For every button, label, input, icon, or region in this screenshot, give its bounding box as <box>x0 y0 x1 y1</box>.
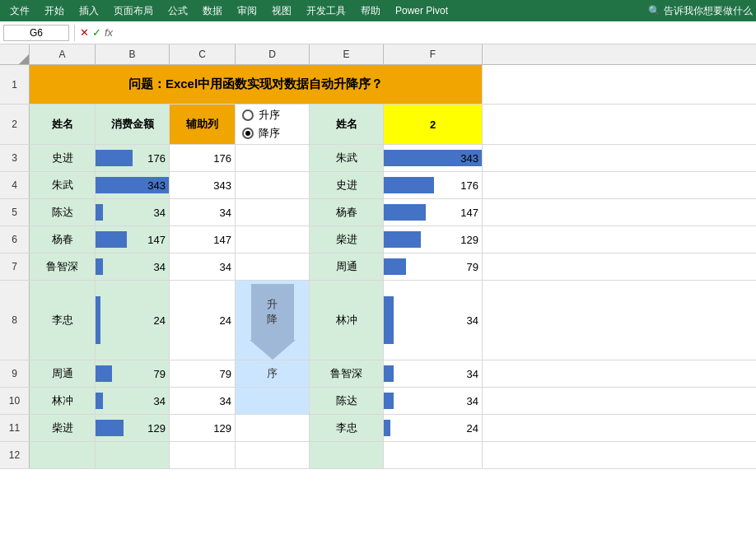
col-header-f[interactable]: F <box>384 44 483 64</box>
menu-data[interactable]: 数据 <box>196 2 229 20</box>
cell-12d[interactable] <box>236 442 310 468</box>
descending-radio-circle[interactable] <box>242 128 254 139</box>
cell-5-a[interactable]: 陈达 <box>30 199 96 226</box>
header-aux: 辅助列 <box>170 105 236 144</box>
cell-12f[interactable] <box>384 442 483 468</box>
cell-8-b[interactable]: 24 <box>96 281 170 360</box>
fx-icon[interactable]: fx <box>105 26 113 39</box>
cell-11-e[interactable]: 李忠 <box>310 415 384 441</box>
cancel-icon[interactable]: ✕ <box>80 26 89 39</box>
menu-formula[interactable]: 公式 <box>161 2 194 20</box>
row-header-9[interactable]: 9 <box>0 360 30 387</box>
cell-5-d <box>236 199 310 226</box>
cell-8-a[interactable]: 李忠 <box>30 281 96 360</box>
menu-view[interactable]: 视图 <box>265 2 298 20</box>
cell-12a[interactable] <box>30 442 96 468</box>
app-container: 文件 开始 插入 页面布局 公式 数据 审阅 视图 开发工具 帮助 Power … <box>0 0 756 469</box>
cell-11-b[interactable]: 129 <box>96 415 170 441</box>
row-header-11[interactable]: 11 <box>0 415 30 441</box>
cell-7-f[interactable]: 79 <box>384 253 483 280</box>
row-header-3[interactable]: 3 <box>0 145 30 171</box>
ascending-radio[interactable]: 升序 <box>242 108 280 123</box>
cell-9-f[interactable]: 34 <box>384 360 483 387</box>
cell-12c[interactable] <box>170 442 236 468</box>
cell-3-b[interactable]: 176 <box>96 145 170 171</box>
row-header-1[interactable]: 1 <box>0 65 30 104</box>
cell-6-b[interactable]: 147 <box>96 226 170 253</box>
row-header-4[interactable]: 4 <box>0 172 30 198</box>
cell-3-c[interactable]: 176 <box>170 145 236 171</box>
cell-10-a[interactable]: 林冲 <box>30 388 96 414</box>
cell-6-c[interactable]: 147 <box>170 226 236 253</box>
cell-5-b[interactable]: 34 <box>96 199 170 226</box>
col-header-c[interactable]: C <box>170 44 236 64</box>
cell-4-e[interactable]: 史进 <box>310 172 384 198</box>
cell-7-b[interactable]: 34 <box>96 253 170 280</box>
cell-3-a[interactable]: 史进 <box>30 145 96 171</box>
cell-9-b[interactable]: 79 <box>96 360 170 387</box>
cell-8-d: 升降 <box>236 281 310 360</box>
row-header-8[interactable]: 8 <box>0 281 30 360</box>
help-search-text[interactable]: 告诉我你想要做什么 <box>664 4 753 18</box>
cell-8-f[interactable]: 34 <box>384 281 483 360</box>
cell-6-f[interactable]: 129 <box>384 226 483 253</box>
row-header-2[interactable]: 2 <box>0 105 30 144</box>
col-header-a[interactable]: A <box>30 44 96 64</box>
ascending-radio-circle[interactable] <box>242 109 254 121</box>
cell-10-c[interactable]: 34 <box>170 388 236 414</box>
cell-12b[interactable] <box>96 442 170 468</box>
row-header-10[interactable]: 10 <box>0 388 30 414</box>
cell-3-e[interactable]: 朱武 <box>310 145 384 171</box>
col-header-b[interactable]: B <box>96 44 170 64</box>
cell-7-c[interactable]: 34 <box>170 253 236 280</box>
cell-4-f[interactable]: 176 <box>384 172 483 198</box>
formula-input[interactable] <box>116 26 753 40</box>
cell-6-a[interactable]: 杨春 <box>30 226 96 253</box>
menu-file[interactable]: 文件 <box>3 2 36 20</box>
cell-9-a[interactable]: 周通 <box>30 360 96 387</box>
menu-home[interactable]: 开始 <box>38 2 71 20</box>
cell-5-c[interactable]: 34 <box>170 199 236 226</box>
row-header-12[interactable]: 12 <box>0 442 30 468</box>
cell-11-f[interactable]: 24 <box>384 415 483 441</box>
col-header-e[interactable]: E <box>310 44 384 64</box>
menu-developer[interactable]: 开发工具 <box>300 2 352 20</box>
row-header-6[interactable]: 6 <box>0 226 30 253</box>
formula-separator <box>74 25 75 41</box>
cell-8-e[interactable]: 林冲 <box>310 281 384 360</box>
menu-power-pivot[interactable]: Power Pivot <box>389 3 455 18</box>
cell-11-c[interactable]: 129 <box>170 415 236 441</box>
cell-4-a[interactable]: 朱武 <box>30 172 96 198</box>
cell-reference-input[interactable] <box>3 25 69 41</box>
menu-insert[interactable]: 插入 <box>72 2 105 20</box>
menu-page-layout[interactable]: 页面布局 <box>107 2 160 20</box>
ascending-label: 升序 <box>259 108 280 123</box>
confirm-icon[interactable]: ✓ <box>92 26 101 39</box>
cell-9-c[interactable]: 79 <box>170 360 236 387</box>
cell-7-a[interactable]: 鲁智深 <box>30 253 96 280</box>
cell-6-e[interactable]: 柴进 <box>310 226 384 253</box>
cell-11-a[interactable]: 柴进 <box>30 415 96 441</box>
row-11: 11柴进129129李忠24 <box>0 415 756 442</box>
row-header-7[interactable]: 7 <box>0 253 30 280</box>
cell-3-f[interactable]: 343 <box>384 145 483 171</box>
cell-9-e[interactable]: 鲁智深 <box>310 360 384 387</box>
row-header-5[interactable]: 5 <box>0 199 30 226</box>
cell-10-b[interactable]: 34 <box>96 388 170 414</box>
menu-help[interactable]: 帮助 <box>354 2 387 20</box>
cell-4-b[interactable]: 343 <box>96 172 170 198</box>
col-header-d[interactable]: D <box>236 44 310 64</box>
cell-4-c[interactable]: 343 <box>170 172 236 198</box>
cell-10-f[interactable]: 34 <box>384 388 483 414</box>
descending-radio[interactable]: 降序 <box>242 126 280 141</box>
cell-7-e[interactable]: 周通 <box>310 253 384 280</box>
cell-5-f[interactable]: 147 <box>384 199 483 226</box>
header-amount: 消费金额 <box>96 105 170 144</box>
cell-12e[interactable] <box>310 442 384 468</box>
header-result-name: 姓名 <box>310 105 384 144</box>
cell-5-e[interactable]: 杨春 <box>310 199 384 226</box>
cell-8-c[interactable]: 24 <box>170 281 236 360</box>
search-icon: 🔍 <box>648 5 660 16</box>
cell-10-e[interactable]: 陈达 <box>310 388 384 414</box>
menu-review[interactable]: 审阅 <box>231 2 264 20</box>
